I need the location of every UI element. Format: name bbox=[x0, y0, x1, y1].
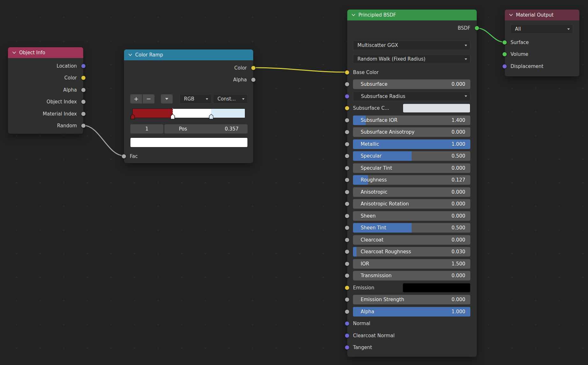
link-bsdf-to-surface[interactable] bbox=[477, 28, 504, 42]
socket-material-index-output[interactable] bbox=[81, 111, 86, 116]
socket-tangent-input[interactable] bbox=[345, 345, 349, 350]
emission-color-swatch[interactable] bbox=[403, 283, 470, 292]
distribution-dropdown[interactable]: Multiscatter GGX bbox=[353, 41, 470, 50]
roughness-slider[interactable]: Roughness 0.127 bbox=[353, 175, 470, 185]
subsurface-slider[interactable]: Subsurface 0.000 bbox=[353, 79, 470, 89]
socket-sheen-input[interactable] bbox=[345, 213, 349, 218]
subsurface-anisotropy-slider[interactable]: Subsurface Anisotropy 0.000 bbox=[353, 127, 470, 137]
specular-tint-slider[interactable]: Specular Tint 0.000 bbox=[353, 163, 470, 173]
subsurface-ior-slider[interactable]: Subsurface IOR 1.400 bbox=[353, 115, 470, 125]
socket-ior-input[interactable] bbox=[345, 261, 349, 266]
input-volume-label: Volume bbox=[511, 51, 528, 57]
anisotropic-slider[interactable]: Anisotropic 0.000 bbox=[353, 187, 470, 197]
socket-random-output[interactable] bbox=[81, 123, 86, 128]
socket-clearcoat-normal-input[interactable] bbox=[345, 333, 349, 338]
link-color-to-base-color[interactable] bbox=[254, 68, 347, 72]
subsurface-radius-dropdown[interactable]: Subsurface Radius bbox=[353, 92, 470, 101]
socket-sheen-tint-input[interactable] bbox=[345, 226, 349, 230]
color-mode-dropdown[interactable]: RGB bbox=[180, 94, 211, 104]
interpolation-value: Const... bbox=[217, 96, 236, 102]
row-alpha: Alpha 1.000 bbox=[347, 306, 477, 318]
socket-subsurface-input[interactable] bbox=[345, 82, 349, 87]
socket-subsurface-anisotropy-input[interactable] bbox=[345, 130, 349, 135]
node-principled-bsdf[interactable]: Principled BSDF BSDF Multiscatter GGX Ra… bbox=[347, 9, 477, 357]
output-alpha: Alpha bbox=[124, 74, 253, 86]
row-clearcoat: Clearcoat 0.000 bbox=[347, 234, 477, 246]
slider-value: 0.000 bbox=[452, 189, 465, 195]
clearcoat-slider[interactable]: Clearcoat 0.000 bbox=[353, 235, 470, 245]
transmission-slider[interactable]: Transmission 0.000 bbox=[353, 271, 470, 280]
socket-surface-input[interactable] bbox=[502, 40, 507, 45]
sheen-tint-slider[interactable]: Sheen Tint 0.500 bbox=[353, 223, 470, 233]
output-material-index-label: Material Index bbox=[43, 111, 77, 117]
clearcoat-roughness-slider[interactable]: Clearcoat Roughness 0.030 bbox=[353, 247, 470, 257]
stop-color-field[interactable] bbox=[130, 138, 248, 147]
socket-volume-input[interactable] bbox=[502, 52, 507, 57]
socket-subsurface-color-input[interactable] bbox=[345, 106, 349, 111]
remove-stop-button[interactable]: − bbox=[143, 94, 155, 104]
socket-fac-input[interactable] bbox=[121, 154, 126, 159]
collapse-chevron-icon[interactable] bbox=[509, 14, 513, 16]
subsurface-color-swatch[interactable] bbox=[403, 104, 470, 113]
socket-location-output[interactable] bbox=[81, 63, 86, 68]
socket-clearcoat-input[interactable] bbox=[345, 237, 349, 242]
output-target-dropdown[interactable]: All bbox=[511, 24, 573, 34]
socket-transmission-input[interactable] bbox=[345, 273, 349, 278]
socket-base-color-input[interactable] bbox=[345, 70, 349, 75]
socket-anisotropic-rotation-input[interactable] bbox=[345, 202, 349, 206]
socket-bsdf-output[interactable] bbox=[474, 26, 479, 31]
link-random-to-fac[interactable] bbox=[84, 125, 124, 156]
output-bsdf-label: BSDF bbox=[458, 25, 470, 31]
socket-specular-tint-input[interactable] bbox=[345, 166, 349, 170]
collapse-chevron-icon[interactable] bbox=[351, 14, 356, 16]
socket-clearcoat-roughness-input[interactable] bbox=[345, 250, 349, 254]
interpolation-dropdown[interactable]: Const... bbox=[213, 94, 248, 104]
socket-color-output[interactable] bbox=[81, 76, 86, 80]
color-ramp-header[interactable]: Color Ramp bbox=[124, 49, 253, 60]
sss-method-dropdown[interactable]: Random Walk (Fixed Radius) bbox=[353, 54, 470, 64]
socket-emission-input[interactable] bbox=[345, 285, 349, 290]
active-stop-index-field[interactable]: 1 bbox=[130, 124, 164, 134]
metallic-slider[interactable]: Metallic 1.000 bbox=[353, 139, 470, 149]
slider-value: 0.500 bbox=[452, 225, 465, 231]
add-stop-button[interactable]: + bbox=[130, 94, 142, 104]
colorband-stop-0[interactable] bbox=[130, 114, 135, 119]
colorband-stop-1-selected[interactable] bbox=[171, 114, 175, 119]
colorband-gradient[interactable] bbox=[132, 108, 245, 118]
socket-subsurface-radius-input[interactable] bbox=[345, 94, 349, 99]
principled-bsdf-header[interactable]: Principled BSDF bbox=[347, 10, 477, 20]
socket-alpha-output[interactable] bbox=[251, 78, 256, 82]
chevron-down-icon bbox=[567, 28, 570, 30]
socket-specular-input[interactable] bbox=[345, 154, 349, 159]
socket-alpha-input[interactable] bbox=[345, 309, 349, 314]
sheen-slider[interactable]: Sheen 0.000 bbox=[353, 211, 470, 221]
object-info-header[interactable]: Object Info bbox=[8, 47, 83, 58]
socket-subsurface-ior-input[interactable] bbox=[345, 118, 349, 123]
socket-color-output[interactable] bbox=[251, 65, 256, 70]
node-editor-canvas[interactable]: { "editor": { "background": "#232323", "… bbox=[0, 0, 588, 365]
node-color-ramp[interactable]: Color Ramp Color Alpha + − RGB Const... bbox=[124, 49, 254, 163]
row-specular: Specular 0.500 bbox=[347, 150, 477, 162]
socket-normal-input[interactable] bbox=[345, 321, 349, 326]
socket-emission-strength-input[interactable] bbox=[345, 297, 349, 302]
anisotropic-rotation-slider[interactable]: Anisotropic Rotation 0.000 bbox=[353, 199, 470, 209]
socket-object-index-output[interactable] bbox=[81, 100, 86, 104]
ior-slider[interactable]: IOR 1.500 bbox=[353, 259, 470, 269]
node-object-info[interactable]: Object Info Location Color Alpha Object … bbox=[8, 47, 84, 134]
node-material-output[interactable]: Material Output All Surface Volume Displ… bbox=[504, 9, 580, 77]
node-title: Color Ramp bbox=[135, 52, 163, 58]
collapse-chevron-icon[interactable] bbox=[128, 54, 132, 56]
stop-position-field[interactable]: Pos 0.357 bbox=[164, 124, 248, 134]
colorband-tools-button[interactable] bbox=[161, 94, 173, 104]
socket-displacement-input[interactable] bbox=[502, 64, 507, 69]
socket-metallic-input[interactable] bbox=[345, 142, 349, 146]
collapse-chevron-icon[interactable] bbox=[12, 51, 16, 54]
colorband-stop-2[interactable] bbox=[209, 114, 213, 119]
alpha-slider[interactable]: Alpha 1.000 bbox=[353, 307, 470, 317]
socket-anisotropic-input[interactable] bbox=[345, 190, 349, 194]
specular-slider[interactable]: Specular 0.500 bbox=[353, 151, 470, 161]
socket-alpha-output[interactable] bbox=[81, 87, 86, 92]
emission-strength-slider[interactable]: Emission Strength 0.000 bbox=[353, 295, 470, 304]
socket-roughness-input[interactable] bbox=[345, 178, 349, 182]
material-output-header[interactable]: Material Output bbox=[505, 10, 579, 20]
